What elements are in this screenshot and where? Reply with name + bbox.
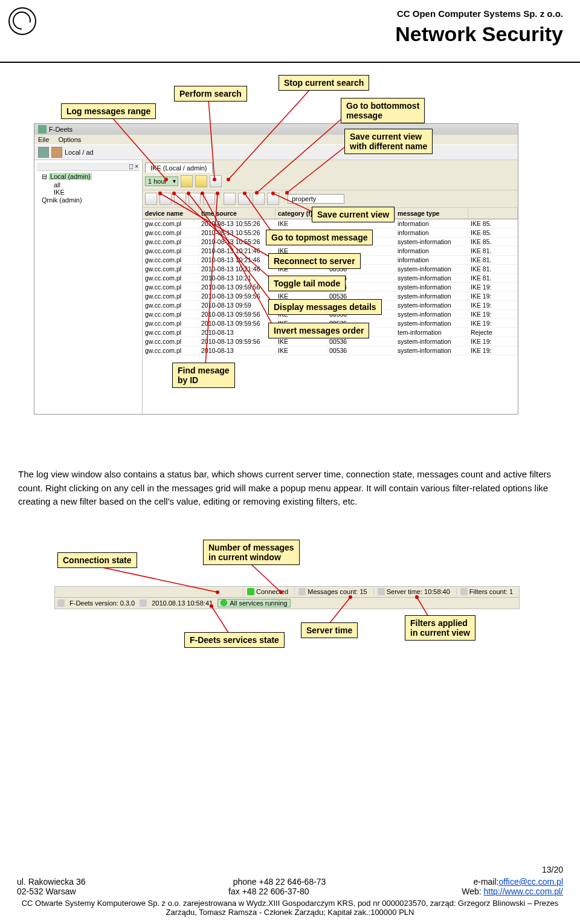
save-view-icon[interactable] [253, 193, 265, 205]
tab-ike[interactable]: IKE (Local / admin) [145, 163, 213, 173]
invert-order-icon[interactable] [188, 193, 201, 205]
status-filters: Filters count: 1 [456, 588, 517, 595]
page-number: 13/20 [0, 865, 580, 877]
tabbar: IKE (Local / admin) [143, 160, 518, 173]
statusbar-lower: F-Deets version: 0.3.0 2010.08.13 10:58:… [54, 598, 520, 609]
footer-legal: CC Otwarte Systemy Komputerowe Sp. z o.o… [0, 896, 580, 924]
footer-web: Web: http://www.cc.com.pl/ [462, 887, 563, 896]
footer-web-link[interactable]: http://www.cc.com.pl/ [484, 887, 563, 896]
statusbar-window: Connected Messages count: 15 Server time… [54, 586, 520, 609]
go-top-icon[interactable] [224, 193, 236, 205]
app-icon [38, 125, 47, 134]
count-icon [298, 588, 306, 595]
breadcrumb: Local / ad [65, 149, 94, 156]
body-paragraph: The log view window also contains a stat… [18, 468, 556, 509]
callout-num-messages: Number of messages in current window [203, 540, 300, 565]
tree-root[interactable]: ⊟ Local (admin) [37, 172, 140, 181]
save-as-icon[interactable] [267, 193, 279, 205]
table-row[interactable]: gw.cc.com.pl2010-08-13IKE00536system-inf… [143, 346, 518, 355]
page-title: Network Security [14, 22, 563, 46]
tree-child-all[interactable]: all [37, 181, 140, 189]
page-header: CC Open Computer Systems Sp. z o.o. Netw… [0, 0, 580, 63]
filter-icon [460, 588, 468, 595]
status-servertime: Server time: 10:58:40 [373, 588, 454, 595]
figure-statusbar-annotated: Connection state Number of messages in c… [6, 520, 574, 695]
menu-options[interactable]: Options [58, 136, 81, 143]
page-footer: 13/20 ul. Rakowiecka 36 phone +48 22 646… [0, 865, 580, 924]
stop-search-icon[interactable] [195, 175, 207, 187]
callout-filters-applied: Filters applied in current view [405, 615, 475, 641]
footer-email: e-mail:office@cc.com.pl [473, 877, 563, 887]
company-name: CC Open Computer Systems Sp. z o.o. [14, 8, 563, 19]
clock-icon [378, 588, 385, 595]
app-top-toolbar: Local / ad [34, 144, 518, 160]
toolbar-icon-1[interactable] [38, 147, 49, 158]
callout-server-time: Server time [301, 622, 358, 638]
col-ext[interactable] [468, 208, 518, 219]
sidebar-tree: ⎕ × ⊟ Local (admin) all IKE Qrnik (admin… [34, 160, 143, 414]
app-titlebar: F-Deets [34, 124, 518, 135]
callout-log-range: Log messages range [61, 103, 156, 119]
menu-file[interactable]: Eile [38, 136, 49, 143]
cc-logo-icon [8, 7, 36, 35]
refresh-icon[interactable] [210, 175, 222, 187]
footer-email-link[interactable]: office@cc.com.pl [498, 877, 563, 887]
callout-save-diff: Save current view with different name [344, 129, 433, 154]
time-icon [140, 599, 147, 607]
details-icon[interactable] [174, 193, 186, 205]
status-connected: Connected [243, 588, 292, 596]
callout-reconnect: Reconnect to server [268, 253, 361, 269]
callout-find-by-id: Find mesage by ID [172, 363, 235, 388]
statusbar-upper: Connected Messages count: 15 Server time… [54, 586, 520, 598]
app-title: F-Deets [49, 126, 72, 133]
app-window: F-Deets Eile Options Local / ad ⎕ × ⊟ Lo… [34, 123, 518, 415]
tree-child-ike[interactable]: IKE [37, 189, 140, 196]
footer-phone: phone +48 22 646-68-73 [233, 877, 326, 887]
app-small-icon [57, 599, 65, 607]
sidebar-header: ⎕ × [37, 163, 140, 171]
callout-display-details: Display messages details [268, 299, 382, 315]
footer-address1: ul. Rakowiecka 36 [17, 877, 86, 887]
callout-stop-search: Stop current search [279, 75, 369, 91]
go-bottom-icon[interactable] [238, 193, 250, 205]
search-icon[interactable] [181, 175, 193, 187]
property-field[interactable]: property [288, 194, 344, 204]
col-time[interactable]: time source [199, 208, 276, 219]
table-row[interactable]: gw.cc.com.pl2010-08-13 09:59:56IKE00536s… [143, 337, 518, 346]
svg-line-32 [211, 606, 230, 635]
status-timestamp: 2010.08.13 10:58:41 [152, 599, 213, 607]
col-msgtype[interactable]: message type [395, 208, 468, 219]
col-device[interactable]: device name [143, 208, 199, 219]
footer-fax: fax +48 22 606-37-80 [228, 887, 309, 896]
reconnect-icon[interactable] [145, 193, 157, 205]
find-by-id-icon[interactable] [203, 193, 215, 205]
callout-connection-state: Connection state [57, 552, 137, 568]
status-msgcount: Messages count: 15 [294, 588, 370, 595]
callout-save-current: Save current view [312, 207, 395, 222]
callout-go-top: Go to topmost message [266, 230, 373, 245]
callout-perform-search: Perform search [174, 86, 247, 102]
log-range-select[interactable]: 1 hour [145, 176, 178, 186]
connected-icon [247, 588, 254, 596]
tree-sibling[interactable]: Qrnik (admin) [37, 196, 140, 204]
callout-go-bottom: Go to bottommost message [341, 98, 425, 123]
app-menubar: Eile Options [34, 135, 518, 144]
main-toolbar-2: property [143, 190, 518, 208]
status-version: F-Deets version: 0.3.0 [69, 599, 135, 607]
figure-toolbar-annotated: Log messages range Perform search Stop c… [6, 75, 574, 450]
callout-services-state: F-Deets services state [184, 632, 285, 648]
footer-address2: 02-532 Warsaw [17, 887, 76, 896]
toolbar-icon-2[interactable] [51, 147, 62, 158]
status-services: All services running [218, 599, 290, 607]
ok-dot-icon [221, 599, 227, 606]
callout-invert-order: Invert messages order [268, 323, 369, 338]
callout-toggle-tail: Toggle tail mode [268, 276, 346, 291]
main-toolbar-1: 1 hour [143, 173, 518, 190]
toggle-tail-icon[interactable] [160, 193, 172, 205]
